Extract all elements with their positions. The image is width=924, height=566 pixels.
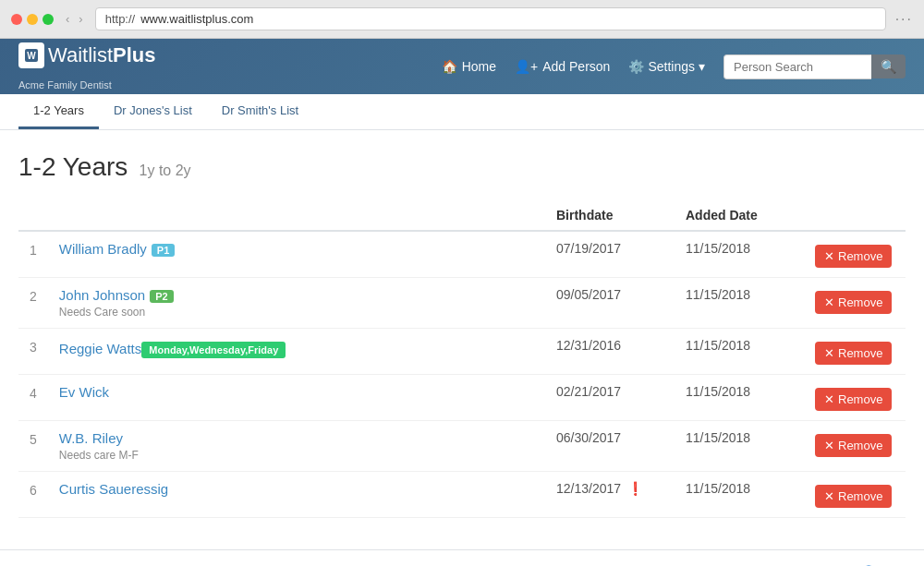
- person-name-link[interactable]: W.B. Riley: [59, 430, 123, 446]
- tab-dr-smith[interactable]: Dr Smith's List: [207, 94, 313, 129]
- settings-dropdown[interactable]: ⚙️ Settings ▾: [628, 59, 705, 74]
- brand: W WaitlistPlus Acme Family Dentist: [18, 42, 156, 90]
- waitlist-icon: W: [23, 47, 40, 64]
- row-number: 4: [18, 375, 48, 421]
- row-name-cell: W.B. RileyNeeds care M-F: [48, 421, 545, 472]
- table-row: 3Reggie WattsMonday,Wednesday,Friday12/3…: [18, 329, 906, 375]
- remove-button[interactable]: ✕ Remove: [815, 485, 892, 508]
- birthdate-cell: 07/19/2017: [545, 231, 675, 278]
- remove-x-icon: ✕: [824, 489, 834, 503]
- remove-button[interactable]: ✕ Remove: [815, 245, 892, 268]
- birthdate-cell: 02/21/2017: [545, 375, 675, 421]
- search-button[interactable]: 🔍: [871, 54, 906, 78]
- add-person-link[interactable]: 👤+ Add Person: [515, 59, 610, 74]
- col-added-header: Added Date: [675, 200, 804, 231]
- chevron-down-icon: ▾: [699, 59, 705, 74]
- svg-text:W: W: [27, 51, 36, 61]
- action-cell: ✕ Remove: [804, 375, 906, 421]
- add-person-label: Add Person: [542, 59, 610, 74]
- action-cell: ✕ Remove: [804, 421, 906, 472]
- row-number: 2: [18, 278, 48, 329]
- remove-x-icon: ✕: [824, 346, 834, 360]
- birthdate-cell: 12/13/2017 ❗: [545, 472, 675, 518]
- brand-icon: W: [18, 42, 44, 68]
- row-name-cell: Curtis Saueressig: [48, 472, 545, 518]
- url-display: www.waitlistplus.com: [140, 12, 253, 26]
- birthdate-cell: 09/05/2017: [545, 278, 675, 329]
- row-number: 3: [18, 329, 48, 375]
- app-container: W WaitlistPlus Acme Family Dentist 🏠 Hom…: [0, 39, 924, 566]
- remove-x-icon: ✕: [824, 392, 834, 406]
- added-date-cell: 11/15/2018: [675, 329, 804, 375]
- remove-button[interactable]: ✕ Remove: [815, 291, 892, 314]
- priority-badge: P1: [152, 244, 175, 257]
- page-title-text: 1-2 Years: [18, 152, 128, 181]
- row-number: 5: [18, 421, 48, 472]
- search-icon: 🔍: [881, 59, 896, 74]
- settings-icon: ⚙️: [628, 59, 644, 74]
- search-form: 🔍: [723, 54, 906, 79]
- table-row: 2John JohnsonP2Needs Care soon09/05/2017…: [18, 278, 906, 329]
- action-cell: ✕ Remove: [804, 231, 906, 278]
- col-num-header: [18, 200, 48, 231]
- sub-text: Needs care M-F: [59, 449, 534, 462]
- tab-1-2-years[interactable]: 1-2 Years: [18, 94, 99, 129]
- remove-button[interactable]: ✕ Remove: [815, 434, 892, 457]
- action-cell: ✕ Remove: [804, 329, 906, 375]
- action-cell: ✕ Remove: [804, 278, 906, 329]
- col-action-header: [804, 200, 906, 231]
- search-input[interactable]: [723, 54, 871, 79]
- browser-more: ···: [895, 11, 913, 28]
- person-name-link[interactable]: Curtis Saueressig: [59, 481, 168, 497]
- table-row: 5W.B. RileyNeeds care M-F06/30/201711/15…: [18, 421, 906, 472]
- person-name-link[interactable]: Ev Wick: [59, 384, 109, 400]
- table-row: 6Curtis Saueressig12/13/2017 ❗11/15/2018…: [18, 472, 906, 518]
- priority-badge: P2: [150, 290, 173, 303]
- birthdate-alert-icon: ❗: [624, 481, 643, 496]
- back-button[interactable]: ‹: [63, 12, 72, 26]
- url-prefix: http://: [105, 12, 136, 26]
- added-date-cell: 11/15/2018: [675, 231, 804, 278]
- person-name-link[interactable]: John Johnson: [59, 287, 145, 303]
- tabs-nav: 1-2 Years Dr Jones's List Dr Smith's Lis…: [0, 94, 924, 130]
- col-name-header: [48, 200, 545, 231]
- address-bar[interactable]: http:// www.waitlistplus.com: [95, 7, 886, 30]
- browser-dots: [11, 14, 54, 25]
- navbar-right: 🏠 Home 👤+ Add Person ⚙️ Settings ▾ 🔍: [442, 54, 906, 79]
- page-subtitle: 1y to 2y: [135, 163, 190, 178]
- brand-light: Waitlist: [48, 43, 113, 66]
- tab-dr-jones[interactable]: Dr Jones's List: [99, 94, 207, 129]
- row-name-cell: William BradlyP1: [48, 231, 545, 278]
- added-date-cell: 11/15/2018: [675, 472, 804, 518]
- row-number: 1: [18, 231, 48, 278]
- added-date-cell: 11/15/2018: [675, 278, 804, 329]
- table-row: 1William BradlyP107/19/201711/15/2018✕ R…: [18, 231, 906, 278]
- navbar: W WaitlistPlus Acme Family Dentist 🏠 Hom…: [0, 39, 924, 94]
- browser-nav[interactable]: ‹ ›: [63, 12, 86, 26]
- remove-button[interactable]: ✕ Remove: [815, 342, 892, 365]
- home-icon: 🏠: [442, 59, 457, 74]
- close-dot: [11, 14, 22, 25]
- forward-button[interactable]: ›: [76, 12, 85, 26]
- row-name-cell: Ev Wick: [48, 375, 545, 421]
- days-badge: Monday,Wednesday,Friday: [141, 342, 286, 358]
- remove-button[interactable]: ✕ Remove: [815, 388, 892, 411]
- brand-subtitle: Acme Family Dentist: [18, 79, 112, 90]
- brand-logo: W WaitlistPlus: [18, 42, 156, 68]
- page-title: 1-2 Years 1y to 2y: [18, 152, 906, 182]
- browser-chrome: ‹ › http:// www.waitlistplus.com ···: [0, 0, 924, 39]
- footer: © 2018 - WaitlistPlus 👤 chris: [0, 549, 924, 566]
- home-link[interactable]: 🏠 Home: [442, 59, 496, 74]
- settings-label: Settings: [648, 59, 695, 74]
- main-content: 1-2 Years 1y to 2y Birthdate Added Date …: [0, 130, 924, 540]
- maximize-dot: [43, 14, 54, 25]
- row-number: 6: [18, 472, 48, 518]
- person-name-link[interactable]: William Bradly: [59, 241, 147, 257]
- brand-bold: Plus: [113, 43, 155, 66]
- action-cell: ✕ Remove: [804, 472, 906, 518]
- added-date-cell: 11/15/2018: [675, 421, 804, 472]
- person-name-link[interactable]: Reggie Watts: [59, 341, 141, 356]
- row-name-cell: Reggie WattsMonday,Wednesday,Friday: [48, 329, 545, 375]
- remove-x-icon: ✕: [824, 249, 834, 263]
- added-date-cell: 11/15/2018: [675, 375, 804, 421]
